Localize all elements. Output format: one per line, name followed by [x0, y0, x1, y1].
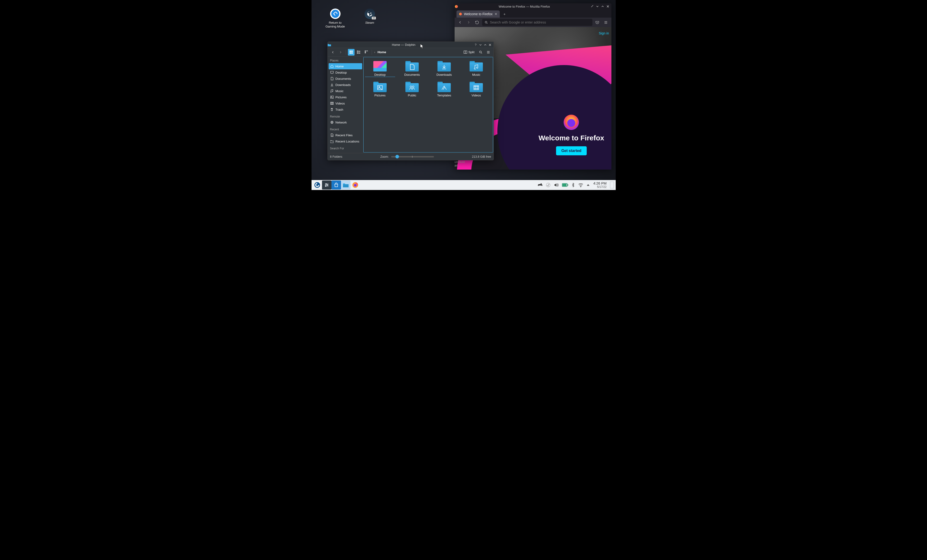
browser-tab-welcome[interactable]: Welcome to Firefox ✕ — [456, 11, 500, 18]
browser-tab-title: Welcome to Firefox — [464, 12, 492, 16]
pocket-button[interactable] — [594, 19, 601, 26]
tray-expand-icon[interactable] — [587, 184, 590, 187]
folder-label: Videos — [461, 94, 491, 97]
nav-back-button[interactable] — [330, 49, 336, 56]
hamburger-menu-button[interactable] — [485, 49, 492, 56]
sidebar-item-pictures[interactable]: Pictures — [328, 94, 363, 100]
taskbar-firefox[interactable] — [351, 181, 360, 190]
sidebar-header-remote: Remote — [328, 114, 363, 119]
close-button[interactable] — [488, 43, 492, 47]
tab-close-button[interactable]: ✕ — [494, 12, 497, 16]
folder-desktop[interactable]: Desktop — [365, 59, 396, 78]
view-icons-button[interactable] — [348, 49, 354, 56]
svg-point-29 — [327, 185, 328, 185]
svg-rect-11 — [365, 51, 366, 52]
pictures-icon — [330, 95, 334, 99]
dolphin-toolbar: › Home Split — [328, 48, 494, 56]
folder-label: Downloads — [429, 73, 459, 76]
svg-point-30 — [325, 186, 326, 187]
discover-store-button[interactable] — [331, 181, 341, 190]
svg-point-28 — [325, 184, 327, 185]
maximize-down-button[interactable] — [595, 4, 600, 9]
forward-button[interactable] — [465, 19, 472, 26]
minimize-button[interactable] — [590, 4, 594, 9]
tray-wifi-icon[interactable] — [578, 183, 584, 187]
minimize-button[interactable] — [478, 43, 483, 47]
search-button[interactable] — [477, 49, 484, 56]
taskbar-dolphin[interactable] — [341, 181, 351, 190]
folder-label: Public — [397, 94, 427, 97]
tray-volume-icon[interactable] — [554, 183, 559, 187]
desktop-icon-label: Steam — [358, 21, 381, 25]
folder-music[interactable]: Music — [461, 59, 492, 78]
folder-icon — [406, 61, 419, 71]
reload-button[interactable] — [474, 19, 481, 26]
sidebar-item-music[interactable]: Music — [328, 88, 363, 94]
svg-point-36 — [548, 184, 549, 185]
sidebar-item-home[interactable]: Home — [329, 63, 362, 69]
svg-rect-6 — [351, 51, 353, 52]
sidebar-item-videos[interactable]: Videos — [328, 100, 363, 106]
svg-point-40 — [580, 187, 581, 187]
breadcrumb-home[interactable]: Home — [378, 50, 386, 54]
status-free-space: 213.8 GiB free — [472, 155, 491, 158]
firefox-titlebar[interactable]: Welcome to Firefox — Mozilla Firefox — [454, 3, 611, 9]
sidebar-item-downloads[interactable]: Downloads — [328, 82, 363, 88]
view-details-button[interactable] — [363, 49, 370, 56]
sidebar-header-places: Places — [328, 58, 363, 63]
sidebar-item-desktop[interactable]: Desktop — [328, 69, 363, 76]
sidebar-item-documents[interactable]: Documents — [328, 76, 363, 82]
welcome-block: Welcome to Firefox Get started — [538, 114, 604, 155]
dolphin-titlebar[interactable]: Home — Dolphin ? — [328, 42, 494, 48]
app-menu-button[interactable] — [602, 19, 609, 26]
svg-point-4 — [567, 119, 576, 127]
folder-templates[interactable]: Templates — [429, 80, 460, 99]
folder-label: Desktop — [365, 73, 395, 77]
sidebar-item-recent-files[interactable]: Recent Files — [328, 132, 363, 138]
dolphin-sidebar: Places Home Desktop Documents Downloads … — [328, 56, 363, 153]
folder-downloads[interactable]: Downloads — [429, 59, 460, 78]
zoom-label: Zoom: — [380, 155, 389, 158]
dolphin-statusbar: 8 Folders Zoom: 213.8 GiB free — [328, 153, 494, 160]
desktop-icon-return-gaming-mode[interactable]: Return to Gaming Mode — [324, 8, 347, 29]
tray-battery-icon[interactable] — [562, 183, 568, 187]
folder-pictures[interactable]: Pictures — [365, 80, 396, 99]
tray-controller-icon[interactable] — [538, 183, 543, 187]
tray-bluetooth-icon[interactable] — [571, 183, 575, 187]
back-button[interactable] — [456, 19, 464, 26]
svg-point-35 — [546, 183, 550, 187]
help-button[interactable]: ? — [474, 43, 478, 47]
welcome-heading: Welcome to Firefox — [538, 134, 604, 142]
taskbar: 4:26 PM 5/17/22 — [312, 180, 616, 190]
url-input[interactable] — [490, 20, 590, 24]
nav-forward-button[interactable] — [337, 49, 344, 56]
tray-steam-icon[interactable] — [546, 183, 550, 187]
close-button[interactable] — [606, 4, 610, 9]
folder-icon — [406, 82, 419, 92]
desktop-icon-steam[interactable]: ⌨ Steam — [358, 8, 381, 29]
sidebar-item-recent-locations[interactable]: Recent Locations — [328, 138, 363, 144]
split-view-button[interactable]: Split — [462, 49, 476, 55]
maximize-button[interactable] — [483, 43, 487, 47]
sidebar-item-trash[interactable]: Trash — [328, 106, 363, 112]
view-compact-button[interactable] — [356, 49, 362, 56]
taskbar-clock[interactable]: 4:26 PM 5/17/22 — [591, 181, 609, 188]
folder-public[interactable]: Public — [397, 80, 428, 99]
zoom-slider[interactable] — [391, 156, 434, 158]
url-bar[interactable] — [482, 19, 593, 26]
desktop-folder-icon — [373, 61, 387, 71]
new-tab-button[interactable]: ＋ — [501, 11, 508, 18]
get-started-button[interactable]: Get started — [556, 146, 587, 155]
sidebar-item-network[interactable]: Network — [328, 119, 363, 125]
app-launcher-button[interactable] — [313, 181, 322, 190]
svg-point-16 — [479, 51, 481, 53]
folder-documents[interactable]: Documents — [397, 59, 428, 78]
maximize-up-button[interactable] — [600, 4, 605, 9]
sign-in-link[interactable]: Sign in — [596, 31, 611, 35]
svg-point-23 — [379, 87, 380, 87]
return-icon — [330, 8, 341, 20]
folder-videos[interactable]: Videos — [461, 80, 492, 99]
dolphin-file-view[interactable]: DesktopDocumentsDownloadsMusicPicturesPu… — [363, 57, 493, 152]
show-desktop-button[interactable] — [610, 182, 614, 188]
system-settings-button[interactable] — [322, 181, 331, 190]
